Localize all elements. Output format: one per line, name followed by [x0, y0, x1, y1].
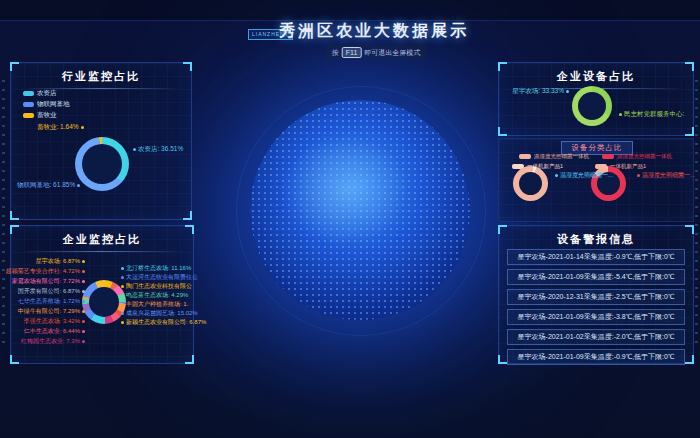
corner-accent: [685, 127, 694, 136]
donut-label-minzhucun: 民主村党群服务中心:: [619, 110, 684, 119]
class-label-left: 温湿度光照细菌一...: [555, 171, 613, 180]
corner-accent: [183, 62, 192, 71]
label-text: 李强生态农场: 3.42%: [24, 316, 80, 326]
device-ratio-panel: 企业设备占比 星宇农场: 33.33% 民主村党群服务中心:: [498, 62, 694, 136]
legend-label: 畜牧业: [37, 111, 57, 120]
corner-accent: [185, 225, 194, 234]
alarm-text: 星宇农场-2021-01-09采集温度:-5.4℃,低于下限:0℃: [518, 273, 675, 280]
alarm-row[interactable]: 星宇农场-2020-12-31采集温度:-2.5℃,低于下限:0℃: [507, 289, 685, 305]
label-text: 温湿度光照细菌一...: [560, 171, 613, 180]
alarm-row[interactable]: 星宇农场-2021-01-09采集温度:-3.8℃,低于下限:0℃: [507, 309, 685, 325]
label-dot: [566, 90, 569, 93]
corner-accent: [685, 355, 694, 364]
enterprise-label: 北汀桥生态农场: 11.16%: [121, 264, 191, 273]
alarm-list: 星宇农场-2021-01-14采集温度:-0.9℃,低于下限:0℃ 星宇农场-2…: [507, 249, 685, 369]
agri-dashboard: LIANZHENT 秀洲区农业大数据展示 按 F11 即可退出全屏模式 行业监控…: [0, 0, 700, 438]
label-dot: [82, 280, 85, 283]
class-donut-left[interactable]: [513, 166, 548, 201]
right-edge-decoration: [695, 80, 698, 350]
legend-item[interactable]: 农资店: [23, 89, 70, 98]
label-dot: [133, 148, 136, 151]
label-text: 七华生态养殖场: 1.72%: [18, 296, 80, 306]
left-edge-decoration: [2, 80, 5, 350]
label-text: 陶门生态农业科技有限公: [126, 282, 192, 291]
label-text: 物联网基地: 61.85%: [17, 181, 75, 190]
enterprise-ratio-panel: 企业监控占比 星宇农场: 6.87% 超颖菊艺专业合作社: 4.72% 家庭农场…: [10, 225, 194, 364]
legend-item[interactable]: 畜牧业: [23, 111, 70, 120]
legend-swatch: [23, 102, 34, 107]
label-text: 星宇农场: 33.33%: [512, 87, 564, 96]
industry-panel-title: 行业监控占比: [11, 63, 191, 84]
alarm-row[interactable]: 星宇农场-2021-01-02采集温度:-2.0℃,低于下限:0℃: [507, 329, 685, 345]
corner-accent: [10, 211, 19, 220]
label-dot: [81, 126, 84, 129]
label-text: 民主村党群服务中心:: [624, 110, 684, 119]
corner-accent: [685, 62, 694, 71]
alarm-text: 星宇农场-2020-12-31采集温度:-2.5℃,低于下限:0℃: [518, 293, 675, 300]
top-bar: [0, 0, 700, 21]
label-text: 成泉兴花苗园艺场: 15.02%: [126, 309, 198, 318]
alarm-row[interactable]: 星宇农场-2021-01-09采集温度:-5.4℃,低于下限:0℃: [507, 269, 685, 285]
legend-label: 农资店: [37, 89, 57, 98]
device-classification-section: 设备分类占比 温湿度光照细菌一体机 一体机新产品1 温湿度光照细菌一体机 一体机…: [498, 138, 694, 222]
divider: [21, 251, 183, 252]
label-text: 星宇农场: 6.87%: [36, 256, 80, 266]
enterprise-label: 仁丰生态农业: 6.44%: [24, 326, 85, 336]
label-text: 新颖生态农业有限公司: 6.87%: [126, 318, 206, 327]
corner-accent: [10, 355, 19, 364]
corner-accent: [10, 225, 19, 234]
donut-label-iot-base: 物联网基地: 61.85%: [17, 181, 80, 190]
enterprise-label: 鸣恋茶生态农场: 4.29%: [121, 291, 188, 300]
corner-accent: [10, 62, 19, 71]
label-text: 超颖菊艺专业合作社: 4.72%: [6, 266, 80, 276]
donut-label-livestock: 畜牧业: 1.64%: [37, 123, 84, 132]
label-text: 国开发有限公司: 6.87%: [18, 286, 80, 296]
tip-suffix: 即可退出全屏模式: [364, 48, 420, 58]
label-dot: [82, 330, 85, 333]
corner-accent: [685, 225, 694, 234]
label-text: 红梅园生态农业: 7.3%: [21, 336, 80, 346]
alarm-panel-title: 设备警报信息: [499, 226, 693, 247]
label-text: 家庭农场有限公司: 7.72%: [12, 276, 80, 286]
alarm-text: 星宇农场-2021-01-14采集温度:-0.9℃,低于下限:0℃: [518, 253, 675, 260]
globe-visualization: [250, 100, 470, 320]
alarm-row[interactable]: 星宇农场-2021-01-09采集温度:-0.9℃,低于下限:0℃: [507, 349, 685, 365]
legend-swatch: [23, 113, 34, 118]
corner-accent: [498, 62, 507, 71]
enterprise-label: 星宇农场: 6.87%: [36, 256, 85, 266]
alarm-text: 星宇农场-2021-01-02采集温度:-2.0℃,低于下限:0℃: [518, 333, 675, 340]
legend-swatch: [602, 154, 614, 159]
corner-accent: [498, 225, 507, 234]
legend-item[interactable]: 温湿度光照细菌一体机: [519, 153, 589, 160]
enterprise-label: 李强生态农场: 3.42%: [24, 316, 85, 326]
enterprise-label: 陶门生态农业科技有限公: [121, 282, 192, 291]
donut-label-agristore: 农资店: 36.51%: [133, 145, 183, 154]
alarm-row[interactable]: 星宇农场-2021-01-14采集温度:-0.9℃,低于下限:0℃: [507, 249, 685, 265]
legend-item[interactable]: 物联网基地: [23, 100, 70, 109]
device-panel-title: 企业设备占比: [499, 63, 693, 84]
class-label-right: 温湿度光照细菌一...: [637, 171, 695, 180]
label-dot: [82, 260, 85, 263]
enterprise-label: 七华生态养殖场: 1.72%: [18, 296, 85, 306]
label-dot: [121, 276, 124, 279]
label-dot: [121, 285, 124, 288]
enterprise-label: 中绿牛有限公司: 7.29%: [18, 306, 85, 316]
enterprise-labels-left: 星宇农场: 6.87% 超颖菊艺专业合作社: 4.72% 家庭农场有限公司: 7…: [11, 256, 85, 346]
label-text: 农资店: 36.51%: [138, 145, 183, 154]
label-dot: [555, 174, 558, 177]
label-dot: [82, 270, 85, 273]
fullscreen-tip: 按 F11 即可退出全屏模式: [326, 45, 427, 60]
alarm-text: 星宇农场-2021-01-09采集温度:-0.9℃,低于下限:0℃: [518, 353, 675, 360]
label-dot: [121, 294, 124, 297]
label-dot: [82, 310, 85, 313]
label-dot: [121, 321, 124, 324]
enterprise-donut-chart[interactable]: [82, 280, 126, 324]
corner-accent: [185, 355, 194, 364]
label-text: 鸣恋茶生态农场: 4.29%: [126, 291, 188, 300]
industry-donut-chart[interactable]: [75, 137, 129, 191]
legend-swatch: [23, 91, 34, 96]
label-dot: [82, 300, 85, 303]
device-donut-chart[interactable]: [572, 86, 612, 126]
legend-item[interactable]: 温湿度光照细菌一体机: [602, 153, 672, 160]
legend-label: 温湿度光照细菌一体机: [534, 153, 589, 160]
